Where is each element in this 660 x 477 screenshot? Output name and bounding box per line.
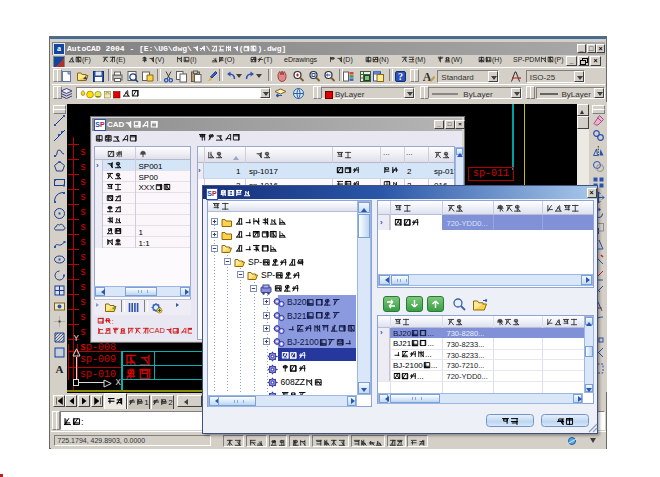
svg-text:?: ? [398,71,403,82]
svg-text:A: A [55,363,63,375]
